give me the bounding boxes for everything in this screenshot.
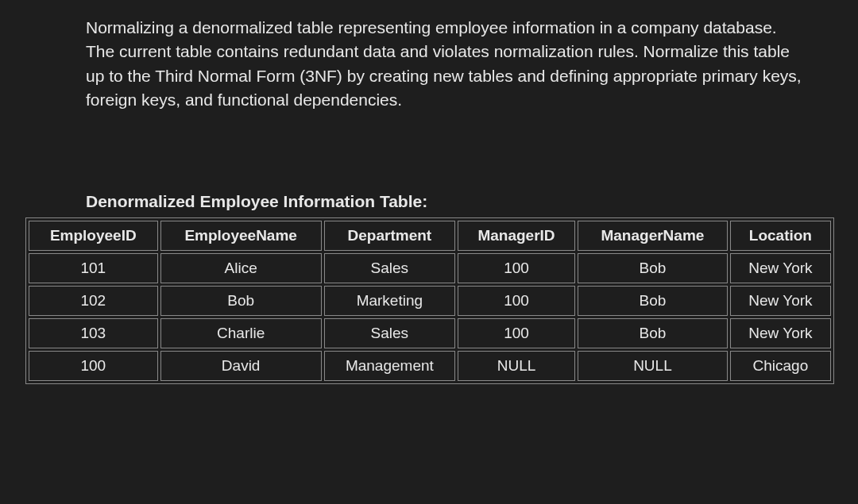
cell: Sales (324, 253, 455, 283)
cell: Management (324, 351, 455, 381)
cell: Bob (578, 253, 728, 283)
table-title: Denormalized Employee Information Table: (86, 192, 834, 211)
cell: Bob (578, 286, 728, 316)
cell: David (160, 351, 322, 381)
header-managername: ManagerName (578, 221, 728, 251)
cell: NULL (578, 351, 728, 381)
header-managerid: ManagerID (458, 221, 575, 251)
cell: Sales (324, 318, 455, 348)
header-department: Department (324, 221, 455, 251)
header-employeeid: EmployeeID (29, 221, 158, 251)
cell: Marketing (324, 286, 455, 316)
cell: NULL (458, 351, 575, 381)
cell: 102 (29, 286, 158, 316)
cell: 100 (458, 286, 575, 316)
table-row: 100 David Management NULL NULL Chicago (29, 351, 831, 381)
table-row: 103 Charlie Sales 100 Bob New York (29, 318, 831, 348)
cell: 100 (458, 253, 575, 283)
table-header-row: EmployeeID EmployeeName Department Manag… (29, 221, 831, 251)
cell: New York (730, 253, 831, 283)
cell: 101 (29, 253, 158, 283)
problem-description: Normalizing a denormalized table represe… (86, 16, 802, 113)
header-location: Location (730, 221, 831, 251)
table-row: 101 Alice Sales 100 Bob New York (29, 253, 831, 283)
table-row: 102 Bob Marketing 100 Bob New York (29, 286, 831, 316)
cell: 100 (458, 318, 575, 348)
cell: Charlie (160, 318, 322, 348)
employee-table: EmployeeID EmployeeName Department Manag… (25, 217, 834, 384)
cell: Bob (160, 286, 322, 316)
cell: 103 (29, 318, 158, 348)
cell: New York (730, 286, 831, 316)
cell: Chicago (730, 351, 831, 381)
header-employeename: EmployeeName (160, 221, 322, 251)
cell: 100 (29, 351, 158, 381)
cell: New York (730, 318, 831, 348)
cell: Alice (160, 253, 322, 283)
cell: Bob (578, 318, 728, 348)
